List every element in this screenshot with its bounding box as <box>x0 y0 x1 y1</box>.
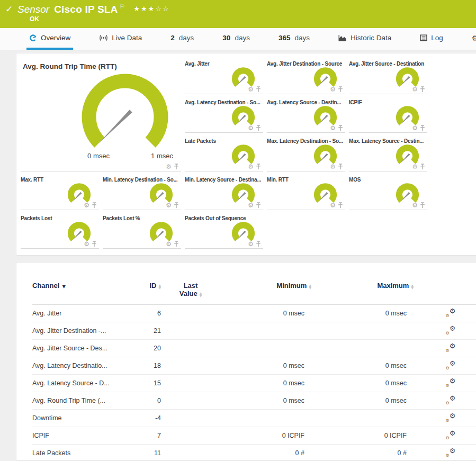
channel-last-value <box>161 340 220 357</box>
channel-settings-icon[interactable]: ⚙ ⚙ <box>446 395 456 404</box>
channel-settings-icon[interactable]: ⚙ ⚙ <box>446 448 456 457</box>
gauge-tile[interactable]: Packets Lost % ⚙ <box>103 213 181 249</box>
gear-icon[interactable]: ⚙ <box>412 164 418 170</box>
column-header-id[interactable]: ID▲▼ <box>130 282 161 305</box>
ok-check-icon: ✓ <box>5 4 13 14</box>
gear-icon[interactable]: ⚙ <box>330 164 336 170</box>
tab-live-data[interactable]: Live Data <box>96 28 145 50</box>
gear-icon[interactable]: ⚙ <box>248 202 254 209</box>
pin-icon[interactable] <box>256 241 261 247</box>
channel-last-value <box>161 445 220 461</box>
gauge-tile[interactable]: Late Packets ⚙ <box>185 136 263 171</box>
channel-last-value <box>161 322 220 340</box>
gear-icon[interactable]: ⚙ <box>84 202 89 209</box>
channel-row: ICPIF 7 0 ICPIF 0 ICPIF ⚙ ⚙ <box>32 427 476 445</box>
gauge-tile[interactable]: Avg. Latency Source - Destin... ⚙ <box>267 97 345 133</box>
channel-name: Avg. Jitter <box>32 305 130 322</box>
gear-icon[interactable]: ⚙ <box>248 241 254 247</box>
pin-icon[interactable] <box>420 202 425 209</box>
tab-30-days[interactable]: 30 days <box>220 28 253 50</box>
gear-icon[interactable]: ⚙ <box>412 125 418 131</box>
pin-icon[interactable] <box>256 202 261 209</box>
pin-icon[interactable] <box>338 164 343 170</box>
gauge-tile[interactable]: Avg. Jitter Source - Destination ⚙ <box>349 59 427 94</box>
gauge-tile[interactable]: Min. Latency Destination - So... ⚙ <box>103 175 181 210</box>
gear-icon[interactable]: ⚙ <box>248 164 254 170</box>
pin-icon[interactable] <box>92 241 97 247</box>
gauge-tile[interactable]: Avg. Latency Destination - So... ⚙ <box>185 97 263 133</box>
gauge-tile[interactable]: ICPIF ⚙ <box>349 97 427 133</box>
channel-last-value <box>161 410 220 427</box>
flag-icon[interactable]: ⚐ <box>120 3 125 10</box>
channel-settings-icon[interactable]: ⚙ ⚙ <box>446 413 456 422</box>
channel-row: Avg. Jitter Destination -... 21 ⚙ ⚙ <box>32 322 476 340</box>
channel-maximum: 0 ICPIF <box>311 427 414 445</box>
gear-icon[interactable]: ⚙ <box>84 241 89 247</box>
pin-icon[interactable] <box>256 164 261 170</box>
tab-log[interactable]: Log <box>417 28 446 50</box>
pin-icon[interactable] <box>256 125 261 131</box>
priority-stars[interactable]: ★★★☆☆ <box>133 5 169 13</box>
column-header-channel[interactable]: Channel▼ <box>32 282 130 305</box>
gauge-tile[interactable]: Avg. Jitter Destination - Source ⚙ <box>267 59 345 94</box>
pin-icon[interactable] <box>174 164 179 170</box>
pin-icon[interactable] <box>338 86 343 93</box>
channels-table-body: Avg. Jitter 6 0 msec 0 msec ⚙ ⚙ <box>32 305 476 461</box>
channel-settings-icon[interactable]: ⚙ ⚙ <box>446 308 456 317</box>
channel-minimum: 0 ICPIF <box>220 427 311 445</box>
gauge-tile[interactable]: Max. Latency Source - Destin... ⚙ <box>349 136 427 171</box>
channel-name: Avg. Latency Destinatio... <box>32 357 130 375</box>
gear-icon[interactable]: ⚙ <box>248 86 254 93</box>
gear-icon[interactable]: ⚙ <box>166 164 172 170</box>
gauge-tile-rtt[interactable]: Avg. Round Trip Time (RTT) 0 msec 1 msec… <box>21 59 181 171</box>
gauge-tile[interactable]: Packets Lost ⚙ <box>21 213 99 249</box>
sort-icon: ▲▼ <box>411 284 414 289</box>
tab-2-days[interactable]: 2 days <box>168 28 196 50</box>
pin-icon[interactable] <box>174 241 179 247</box>
gear-icon: ⚙ <box>472 34 476 42</box>
area-chart-icon <box>338 34 347 41</box>
channel-settings-icon[interactable]: ⚙ ⚙ <box>446 430 456 439</box>
gear-icon[interactable]: ⚙ <box>330 86 336 93</box>
pin-icon[interactable] <box>256 86 261 93</box>
pin-icon[interactable] <box>420 164 425 170</box>
gear-icon[interactable]: ⚙ <box>166 202 172 209</box>
tab-historic-data[interactable]: Historic Data <box>336 28 394 50</box>
sort-icon: ▲▼ <box>309 284 311 289</box>
channel-settings-icon[interactable]: ⚙ ⚙ <box>446 378 456 387</box>
channel-row: Avg. Latency Destinatio... 18 0 msec 0 m… <box>32 357 476 375</box>
tab-overview[interactable]: Overview <box>26 28 73 50</box>
pin-icon[interactable] <box>174 202 179 209</box>
tab-365-days[interactable]: 365 days <box>276 28 312 50</box>
pin-icon[interactable] <box>338 125 343 131</box>
channel-settings-icon[interactable]: ⚙ ⚙ <box>446 360 456 369</box>
pin-icon[interactable] <box>92 202 97 209</box>
channel-row: Avg. Latency Source - D... 15 0 msec 0 m… <box>32 375 476 392</box>
gauge-tile[interactable]: Max. RTT ⚙ <box>21 175 99 210</box>
column-header-maximum[interactable]: Maximum▲▼ <box>311 282 414 305</box>
channel-last-value <box>161 375 220 392</box>
gear-icon[interactable]: ⚙ <box>330 202 336 209</box>
gauge-tile[interactable]: Min. RTT ⚙ <box>267 175 345 210</box>
gauge-tile[interactable]: Avg. Jitter ⚙ <box>185 59 263 94</box>
column-header-last-value[interactable]: Last Value▲▼ <box>161 282 220 305</box>
column-header-minimum[interactable]: Minimum▲▼ <box>220 282 311 305</box>
channel-settings-icon[interactable]: ⚙ ⚙ <box>446 343 456 352</box>
gear-icon[interactable]: ⚙ <box>166 241 172 247</box>
channel-name: Avg. Jitter Source - Des... <box>32 340 130 357</box>
gauge-tile[interactable]: Packets Out of Sequence ⚙ <box>185 213 263 249</box>
pin-icon[interactable] <box>338 202 343 209</box>
gauge-tile[interactable]: Min. Latency Source - Destina... ⚙ <box>185 175 263 210</box>
pin-icon[interactable] <box>420 86 425 93</box>
pin-icon[interactable] <box>420 125 425 131</box>
gear-icon[interactable]: ⚙ <box>330 125 336 131</box>
gauge-tile[interactable]: Max. Latency Destination - So... ⚙ <box>267 136 345 171</box>
gear-icon[interactable]: ⚙ <box>412 202 418 209</box>
channel-minimum: 0 msec <box>220 357 311 375</box>
channel-settings-icon[interactable]: ⚙ ⚙ <box>446 326 456 335</box>
tab-settings[interactable]: ⚙ Settings <box>469 28 476 50</box>
gear-icon[interactable]: ⚙ <box>248 125 254 131</box>
column-header-actions <box>414 282 476 305</box>
gauge-tile[interactable]: MOS ⚙ <box>349 175 427 210</box>
gear-icon[interactable]: ⚙ <box>412 86 418 93</box>
